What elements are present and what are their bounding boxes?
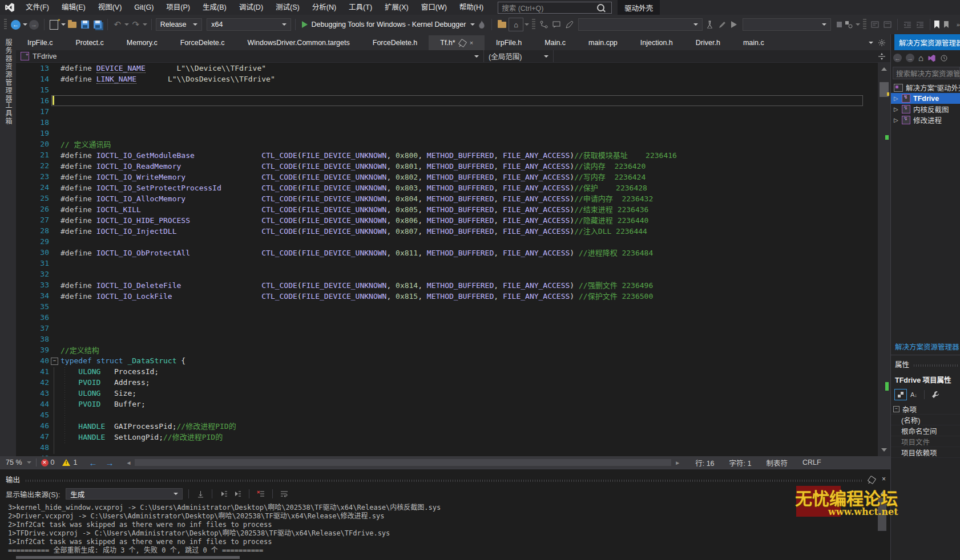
undo-dropdown-icon[interactable] [124, 23, 129, 26]
code-line[interactable]: 40−typedef struct _DataStruct { [16, 355, 878, 366]
home-icon[interactable]: ⌂ [918, 53, 923, 63]
open-file-button[interactable] [67, 18, 78, 31]
hot-reload-icon[interactable] [476, 18, 487, 31]
code-line[interactable]: 47 HANDLE SetLongPid;//修改进程PID的 [16, 431, 878, 442]
code-line[interactable]: 31 [16, 258, 878, 269]
author-edit-icon[interactable] [563, 18, 575, 31]
menu-item[interactable]: 测试(S) [269, 0, 306, 15]
navigate-forward-button[interactable]: → [29, 18, 40, 31]
save-all-button[interactable] [92, 18, 103, 31]
solution-explorer-search[interactable]: 搜索解决方案资源管理器 [893, 67, 960, 79]
tree-item-project[interactable]: ▷TFdrive [891, 93, 960, 104]
document-tab[interactable]: Memory.c [115, 35, 169, 50]
code-line[interactable]: 19 [16, 128, 878, 139]
menu-item[interactable]: 项目(P) [160, 0, 196, 15]
task-combo[interactable] [578, 18, 703, 31]
code-line[interactable]: 17 [16, 106, 878, 117]
document-tab[interactable]: Driver.h [684, 35, 732, 50]
split-editor-icon[interactable] [878, 50, 890, 62]
navigate-back-button[interactable]: ← [10, 18, 21, 31]
uncomment-icon[interactable] [882, 18, 893, 31]
code-line[interactable]: 20// 定义通讯码 [16, 139, 878, 149]
code-line[interactable]: 36 [16, 312, 878, 323]
document-tab[interactable]: Tf.h*× [429, 35, 485, 50]
quick-search-box[interactable]: 搜索 (Ctrl+Q) [498, 2, 612, 14]
undo-button[interactable]: ↶ [112, 18, 123, 31]
document-tab[interactable]: Main.c [533, 35, 577, 50]
code-line[interactable]: 30#define IOCTL_IO_ObProtectAll CTL_CODE… [16, 247, 878, 258]
menu-item[interactable]: 生成(B) [196, 0, 233, 15]
code-line[interactable]: 26#define IOCTL_KILL CTL_CODE(FILE_DEVIC… [16, 204, 878, 214]
clear-all-icon[interactable] [255, 489, 267, 499]
code-line[interactable]: 43 ULONG Size; [16, 388, 878, 399]
pin-icon[interactable] [458, 38, 467, 47]
collapse-icon[interactable]: − [893, 406, 900, 412]
home-dropdown-icon[interactable] [525, 23, 529, 26]
scroll-up-icon[interactable] [880, 491, 886, 494]
code-line[interactable]: 32 [16, 269, 878, 279]
tab-solution-explorer[interactable]: 解决方案资源管理器 [894, 34, 960, 50]
navigate-back-dropdown-icon[interactable] [23, 23, 27, 26]
property-pages-wrench-icon[interactable] [931, 391, 939, 399]
output-source-combo[interactable]: 生成 [66, 488, 183, 500]
compare-branch-icon[interactable] [538, 18, 550, 31]
menu-item[interactable]: 窗口(W) [415, 0, 453, 15]
start-dropdown-icon[interactable] [470, 23, 475, 26]
switch-views-icon[interactable] [927, 54, 936, 62]
pin-icon[interactable] [868, 475, 876, 484]
document-tab[interactable]: ForceDelete.h [361, 35, 429, 50]
hscroll-left-icon[interactable]: ◄ [126, 460, 131, 466]
message-levels-icon[interactable] [195, 489, 206, 499]
code-line[interactable]: 39//定义结构 [16, 344, 878, 355]
project-scope-combo[interactable]: TFdrive [16, 50, 484, 62]
output-log[interactable]: 3>kernel_hide_window.vcxproj -> C:\Users… [0, 501, 890, 555]
process-selection-icon[interactable] [843, 18, 854, 31]
document-well-gear-icon[interactable] [878, 39, 886, 47]
pending-changes-filter-icon[interactable] [940, 54, 948, 62]
zoom-level-combo[interactable]: 75 % [6, 458, 22, 466]
code-line[interactable]: 33#define IOCTL_IO_DeleteFile CTL_CODE(F… [16, 279, 878, 290]
document-tab[interactable]: main.cpp [577, 35, 629, 50]
close-icon[interactable]: × [882, 475, 886, 483]
categorized-view-icon[interactable] [894, 389, 907, 400]
document-tab[interactable]: main.c [732, 35, 776, 50]
document-tab[interactable]: Protect.c [64, 35, 115, 50]
navigate-backward-icon[interactable]: ← [88, 458, 97, 468]
code-line[interactable]: 37 [16, 323, 878, 334]
document-tab[interactable]: IrpFile.c [16, 35, 64, 50]
code-line[interactable]: 48 [16, 442, 878, 453]
comment-out-icon[interactable] [869, 18, 881, 31]
code-line[interactable]: 28#define IOCTL_IO_InjectDLL CTL_CODE(FI… [16, 225, 878, 236]
document-tab[interactable]: Injection.h [629, 35, 684, 50]
goto-next-message-icon[interactable] [232, 489, 243, 499]
forward-icon[interactable]: → [906, 54, 914, 62]
code-line[interactable]: 23#define IOCTL_IO_WriteMemory CTL_CODE(… [16, 171, 878, 182]
code-line[interactable]: 46 HANDLE GAIProcessPid;//修改进程PID的 [16, 420, 878, 431]
output-vscrollbar[interactable] [877, 490, 888, 558]
code-line[interactable]: 13#define DEVICE_NAME L"\\Device\\TFdriv… [16, 63, 878, 74]
tool-tab-toolbox[interactable]: 工具箱 [3, 102, 13, 125]
hscroll-right-icon[interactable]: ► [675, 460, 680, 466]
tree-item-project[interactable]: ▷修改进程 [891, 115, 960, 125]
word-wrap-icon[interactable] [279, 489, 290, 499]
code-line[interactable]: 41 ULONG ProcessId; [16, 366, 878, 377]
start-debugging-icon[interactable] [302, 21, 308, 28]
configuration-combo[interactable]: Release [156, 18, 203, 31]
document-tab[interactable]: ForceDelete.c [169, 35, 236, 50]
toolbar-grip[interactable] [4, 19, 7, 30]
code-line[interactable]: 34#define IOCTL_IO_LockFile CTL_CODE(FIL… [16, 290, 878, 301]
error-count[interactable]: 0 [51, 458, 55, 466]
run-tests-icon[interactable] [731, 21, 737, 28]
tree-item-solution[interactable]: 解决方案"驱动外壳" [891, 82, 960, 93]
menu-item[interactable]: 文件(F) [19, 0, 55, 15]
find-in-files-button[interactable] [496, 18, 507, 31]
edit-pencil-icon[interactable] [716, 18, 728, 31]
save-button[interactable] [79, 18, 91, 31]
code-line[interactable]: 21#define IOCTL_IO_GetModuleBase CTL_COD… [16, 149, 878, 160]
scroll-up-icon[interactable] [881, 67, 887, 71]
code-line[interactable]: 15 [16, 84, 878, 95]
close-icon[interactable]: × [470, 40, 473, 46]
code-line[interactable]: 29 [16, 236, 878, 247]
feedback-icon[interactable] [551, 18, 562, 31]
menu-item[interactable]: 工具(T) [342, 0, 378, 15]
